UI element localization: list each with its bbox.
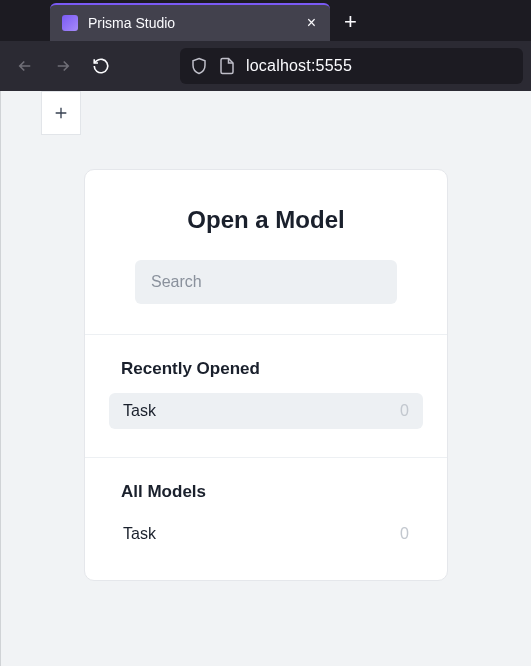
recently-opened-heading: Recently Opened — [109, 359, 423, 393]
model-row-recent[interactable]: Task 0 — [109, 393, 423, 429]
app-tab-bar — [1, 91, 531, 135]
content-area: Open a Model Recently Opened Task 0 All … — [1, 135, 531, 581]
model-row-all[interactable]: Task 0 — [109, 516, 423, 552]
all-models-section: All Models Task 0 — [85, 458, 447, 580]
page-content: Open a Model Recently Opened Task 0 All … — [0, 91, 531, 666]
new-tab-button[interactable]: + — [330, 3, 371, 41]
prisma-favicon — [62, 15, 78, 31]
dialog-header: Open a Model — [85, 170, 447, 335]
model-name: Task — [123, 525, 156, 543]
plus-icon — [53, 105, 69, 121]
shield-icon[interactable] — [190, 57, 208, 75]
page-icon — [218, 57, 236, 75]
browser-tab[interactable]: Prisma Studio × — [50, 3, 330, 41]
browser-tab-title: Prisma Studio — [88, 15, 295, 31]
reload-icon — [92, 57, 110, 75]
recently-opened-section: Recently Opened Task 0 — [85, 335, 447, 458]
arrow-left-icon — [16, 57, 34, 75]
model-count: 0 — [400, 402, 409, 420]
back-button[interactable] — [8, 49, 42, 83]
arrow-right-icon — [54, 57, 72, 75]
address-bar[interactable]: localhost:5555 — [180, 48, 523, 84]
browser-toolbar: localhost:5555 — [0, 41, 531, 91]
search-input[interactable] — [135, 260, 397, 304]
url-text: localhost:5555 — [246, 57, 352, 75]
forward-button[interactable] — [46, 49, 80, 83]
reload-button[interactable] — [84, 49, 118, 83]
all-models-heading: All Models — [109, 482, 423, 516]
close-icon[interactable]: × — [305, 13, 318, 33]
model-name: Task — [123, 402, 156, 420]
add-tab-button[interactable] — [41, 91, 81, 135]
dialog-title: Open a Model — [135, 206, 397, 234]
open-model-dialog: Open a Model Recently Opened Task 0 All … — [84, 169, 448, 581]
model-count: 0 — [400, 525, 409, 543]
browser-tab-strip: Prisma Studio × + — [0, 0, 531, 41]
